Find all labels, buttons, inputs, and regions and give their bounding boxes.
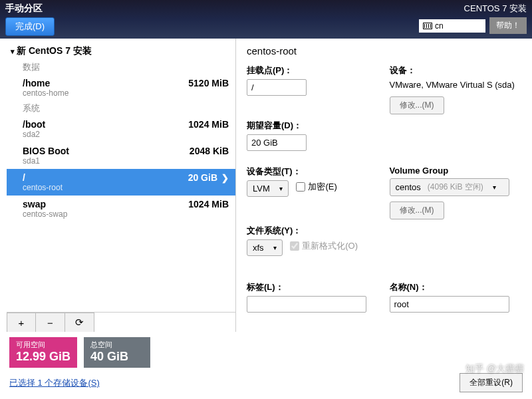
capacity-field: 期望容量(D)： [247,120,376,151]
done-button[interactable]: 完成(D) [5,17,55,36]
modify-device-button[interactable]: 修改...(M) [390,96,444,114]
mount-item-biosboot[interactable]: BIOS Boot2048 KiB sda1 [7,142,235,169]
page-title: 手动分区 [5,3,55,15]
mount-item-home[interactable]: /home5120 MiB centos-home [7,74,235,101]
detail-title: centos-root [247,45,519,57]
reload-button[interactable]: ⟳ [65,313,94,332]
name-field: 名称(N)： [390,281,519,313]
device-field: 设备： VMware, VMware Virtual S (sda) 修改...… [390,65,519,114]
volume-group-select[interactable]: centos (4096 KiB 空闲) [390,178,509,196]
tree-root[interactable]: 新 CentOS 7 安装 [7,43,235,60]
partition-tree-panel: 新 CentOS 7 安装 数据 /home5120 MiB centos-ho… [0,39,236,332]
mount-item-root[interactable]: /20 GiB❯ centos-root [7,169,235,196]
modify-vg-button[interactable]: 修改...(M) [390,201,444,219]
section-system: 系统 [7,101,235,116]
help-button[interactable]: 帮助！ [489,17,527,34]
device-type-field: 设备类型(T)： LVM 加密(E) [247,166,376,219]
tree-toolbar: + − ⟳ [7,312,235,332]
encrypt-checkbox[interactable] [296,182,305,192]
capacity-input[interactable] [247,134,307,151]
mount-point-field: 挂载点(P)： [247,65,376,114]
installer-title: CENTOS 7 安装 [419,3,527,15]
keyboard-layout: cn [435,21,444,31]
name-input[interactable] [390,296,509,313]
top-bar: 手动分区 完成(D) CENTOS 7 安装 cn 帮助！ [0,0,532,39]
footer: 可用空间 12.99 GiB 总空间 40 GiB 已选择 1 个存储设备(S)… [0,332,532,399]
available-space-box: 可用空间 12.99 GiB [9,337,77,368]
mount-item-swap[interactable]: swap1024 MiB centos-swap [7,196,235,222]
volume-group-field: Volume Group centos (4096 KiB 空闲) 修改...(… [390,166,519,219]
filesystem-field: 文件系统(Y)： xfs 重新格式化(O) [247,225,376,256]
reset-all-button[interactable]: 全部重设(R) [460,373,523,392]
device-type-select[interactable]: LVM [247,180,289,197]
filesystem-select[interactable]: xfs [247,239,283,256]
device-text: VMware, VMware Virtual S (sda) [390,79,519,91]
chevron-right-icon: ❯ [221,173,229,183]
label-input[interactable] [247,296,366,313]
detail-panel: centos-root 挂载点(P)： 设备： VMware, VMware V… [236,39,532,332]
add-button[interactable]: + [7,313,36,332]
keyboard-icon [423,23,432,29]
total-space-box: 总空间 40 GiB [84,337,150,368]
section-data: 数据 [7,60,235,74]
main-area: 新 CentOS 7 安装 数据 /home5120 MiB centos-ho… [0,39,532,332]
storage-devices-link[interactable]: 已选择 1 个存储设备(S) [9,377,100,389]
mount-item-boot[interactable]: /boot1024 MiB sda2 [7,116,235,142]
label-field: 标签(L)： [247,281,376,313]
mount-point-input[interactable] [247,79,307,96]
reformat-checkbox [290,241,299,251]
keyboard-indicator[interactable]: cn [419,19,485,33]
remove-button[interactable]: − [36,313,65,332]
